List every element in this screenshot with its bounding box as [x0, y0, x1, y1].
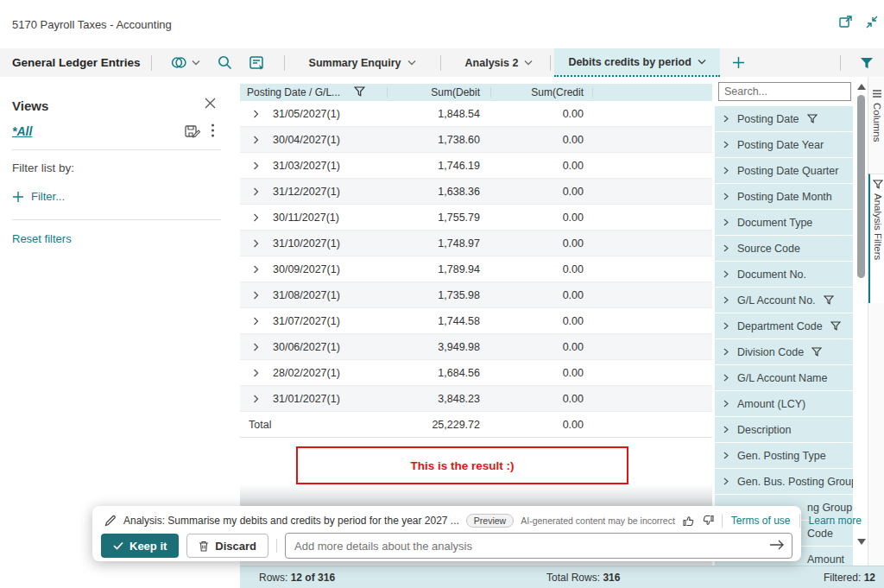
tab-analysis-2[interactable]: Analysis 2 [451, 48, 547, 77]
keep-it-button[interactable]: Keep it [101, 534, 179, 558]
expand-chevron-icon[interactable] [252, 343, 260, 351]
field-item-department-code[interactable]: Department Code [715, 313, 853, 338]
field-label: Gen. Bus. Posting Group [737, 476, 853, 488]
table-row[interactable]: 31/10/2027(1) 1,748.97 0.00 [240, 231, 712, 256]
tab-debits-credits-by-period[interactable]: Debits credits by period [554, 48, 719, 77]
toggle-filter-pane-button[interactable] [851, 57, 884, 69]
close-views-icon[interactable] [204, 97, 217, 110]
expand-chevron-icon[interactable] [252, 187, 260, 196]
add-filter-label: Filter... [31, 190, 65, 203]
row-period: 30/06/2027(1) [273, 341, 340, 353]
expand-chevron-icon[interactable] [252, 369, 260, 377]
status-bar: Rows: 12 of 316 Total Rows: 316 Filtered… [240, 566, 884, 588]
tab-label: Analysis 2 [465, 57, 519, 69]
reset-filters-link[interactable]: Reset filters [12, 232, 72, 245]
rows-value: 12 of 316 [291, 572, 335, 584]
field-label: Gen. Posting Type [737, 450, 826, 462]
table-row[interactable]: 30/11/2027(1) 1,755.79 0.00 [240, 205, 712, 231]
expand-chevron-icon[interactable] [252, 317, 260, 326]
expand-chevron-icon[interactable] [252, 239, 260, 248]
field-label: Code [807, 528, 833, 540]
table-row[interactable]: 30/04/2027(1) 1,738.60 0.00 [240, 127, 712, 153]
preview-badge: Preview [466, 514, 514, 528]
field-item-document-type[interactable]: Document Type [715, 210, 853, 235]
list-title: General Ledger Entries [12, 56, 141, 69]
add-analysis-tab-button[interactable] [720, 56, 757, 69]
table-row[interactable]: 31/12/2027(1) 1,638.36 0.00 [240, 179, 712, 205]
rows-label: Rows: [259, 572, 287, 584]
field-filter-funnel-icon [807, 114, 818, 123]
expand-chevron-icon[interactable] [252, 213, 260, 222]
learn-more-link[interactable]: Learn more [809, 515, 862, 527]
column-filter-funnel-icon[interactable] [354, 86, 365, 97]
row-period: 30/11/2027(1) [273, 212, 339, 224]
field-label: Department Code [737, 320, 823, 332]
table-row[interactable]: 31/05/2027(1) 1,848.54 0.00 [240, 101, 712, 127]
field-item-gen-bus-posting-group[interactable]: Gen. Bus. Posting Group [715, 469, 853, 494]
send-arrow-icon[interactable] [769, 538, 785, 552]
analyze-list-button[interactable] [241, 55, 274, 70]
field-item-gl-account-name[interactable]: G/L Account Name [715, 365, 853, 390]
table-row[interactable]: 31/08/2027(1) 1,735.98 0.00 [240, 282, 712, 308]
tab-summary-enquiry[interactable]: Summary Enquiry [295, 48, 430, 77]
field-item-posting-date[interactable]: Posting Date [715, 106, 853, 131]
column-header-credit[interactable]: Sum(Credit [489, 86, 584, 98]
side-tab-analysis-filters[interactable]: Analysis Filters [868, 174, 884, 303]
field-item-gl-account-no[interactable]: G/L Account No. [715, 288, 853, 313]
expand-chevron-icon[interactable] [252, 161, 260, 170]
expand-chevron-icon[interactable] [252, 110, 260, 118]
discard-button[interactable]: Discard [186, 534, 268, 558]
scrollbar-down-arrow[interactable] [857, 539, 866, 545]
field-item-division-code[interactable]: Division Code [715, 339, 853, 364]
save-view-icon[interactable] [185, 124, 200, 138]
search-button[interactable] [209, 55, 241, 70]
plus-icon [732, 56, 745, 69]
copilot-prompt-text[interactable]: Analysis: Summarise my debits and credit… [123, 515, 459, 527]
divider [12, 149, 221, 150]
result-annotation-box: This is the result :) [296, 446, 628, 484]
collapse-window-icon[interactable] [865, 16, 879, 28]
fields-search-input[interactable] [718, 82, 851, 101]
divider [12, 219, 221, 220]
scrollbar-thumb[interactable] [857, 95, 865, 278]
thumbs-down-icon[interactable] [702, 515, 715, 527]
chevron-right-icon [723, 452, 729, 459]
thumbs-up-icon[interactable] [682, 515, 695, 527]
field-label: Document No. [737, 269, 806, 281]
field-label: ng Group [807, 502, 852, 514]
copilot-refine-input[interactable] [285, 533, 792, 559]
field-label: Posting Date Quarter [737, 165, 838, 177]
table-row[interactable]: 31/07/2027(1) 1,744.58 0.00 [240, 308, 712, 334]
expand-chevron-icon[interactable] [252, 291, 260, 300]
table-row[interactable]: 28/02/2027(1) 1,684.56 0.00 [240, 360, 712, 386]
row-debit: 1,755.79 [385, 212, 480, 224]
scrollbar-up-arrow[interactable] [857, 84, 866, 90]
field-item-description[interactable]: Description [715, 417, 853, 442]
field-item-gen-posting-type[interactable]: Gen. Posting Type [715, 443, 853, 468]
analysis-mode-toggle[interactable] [162, 55, 209, 70]
field-label: Source Code [737, 243, 800, 255]
add-filter-button[interactable]: Filter... [12, 190, 65, 203]
divider [592, 87, 593, 98]
open-in-new-window-icon[interactable] [839, 16, 853, 28]
field-item-posting-date-year[interactable]: Posting Date Year [715, 132, 853, 157]
table-row[interactable]: 30/06/2027(1) 3,949.98 0.00 [240, 334, 712, 360]
table-row[interactable]: 31/03/2027(1) 1,746.19 0.00 [240, 153, 712, 179]
terms-of-use-link[interactable]: Terms of use [731, 515, 791, 527]
view-more-options-icon[interactable] [211, 123, 215, 138]
table-row[interactable]: 30/09/2027(1) 1,789.94 0.00 [240, 256, 712, 282]
view-item-all[interactable]: *All [12, 124, 32, 138]
field-item-posting-date-month[interactable]: Posting Date Month [715, 184, 853, 209]
field-item-amount-lcy[interactable]: Amount (LCY) [715, 391, 853, 416]
expand-chevron-icon[interactable] [252, 136, 260, 144]
expand-chevron-icon[interactable] [252, 395, 260, 403]
column-header-group[interactable]: Posting Date / G/L... [247, 86, 340, 98]
side-tab-columns[interactable]: Columns [868, 84, 884, 163]
table-row[interactable]: 31/01/2027(1) 3,848.23 0.00 [240, 386, 712, 412]
field-item-posting-date-quarter[interactable]: Posting Date Quarter [715, 158, 853, 183]
field-item-source-code[interactable]: Source Code [715, 236, 853, 261]
side-tab-strip: Columns Analysis Filters [868, 77, 884, 566]
expand-chevron-icon[interactable] [252, 265, 260, 274]
column-header-debit[interactable]: Sum(Debit [385, 86, 480, 98]
field-item-document-no[interactable]: Document No. [715, 262, 853, 287]
